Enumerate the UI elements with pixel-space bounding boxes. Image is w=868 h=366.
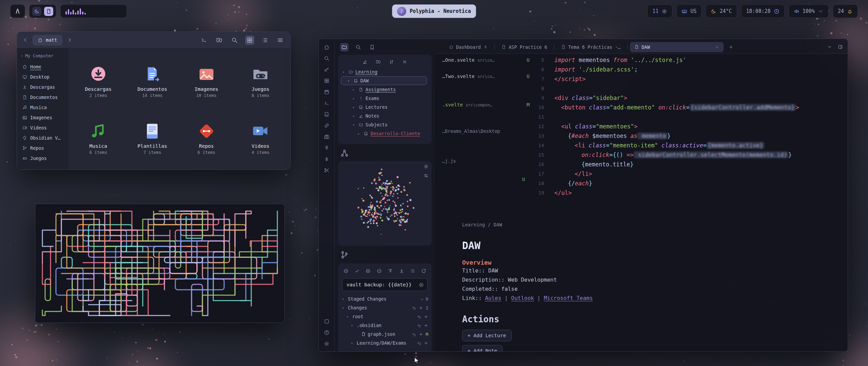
tree-item-exams[interactable]: ▸Exams <box>341 94 427 103</box>
git-row-staged-changes[interactable]: ▾Staged Changes—0 <box>341 294 428 303</box>
git-unstage-all-icon[interactable] <box>377 268 382 273</box>
git-row-root[interactable]: ▾root <box>341 312 428 321</box>
clear-message-icon[interactable] <box>419 282 424 287</box>
tab-daw[interactable]: DAW <box>630 42 724 52</box>
tab-dashboard[interactable]: Dashboard <box>445 42 492 52</box>
git-push-icon[interactable] <box>388 268 393 273</box>
keyboard-layout-widget[interactable]: US <box>676 4 702 18</box>
bookmarks-panel-tab-icon[interactable] <box>368 43 376 52</box>
sidebar-item-desktop[interactable]: Desktop <box>20 72 65 82</box>
files-panel-tab-icon[interactable] <box>340 43 349 52</box>
git-row--obsidian[interactable]: ▾.obsidian <box>341 321 428 330</box>
tree-item-lectures[interactable]: ▸Lectures <box>341 103 427 111</box>
ribbon-terminal-icon[interactable] <box>324 100 330 106</box>
note-link-microsoft-teams[interactable]: Microsoft Teams <box>544 295 593 301</box>
weather-widget[interactable]: 24°C <box>706 4 737 18</box>
folder-tile-descargas[interactable]: Descargas2 items <box>71 63 125 98</box>
editor-area[interactable]: …One.sveltesrc\co…U…Two.sveltesrc\co…U.s… <box>435 54 848 351</box>
dock-icon-2[interactable] <box>44 7 53 16</box>
sidebar-item-documentos[interactable]: Documentos <box>20 92 65 102</box>
dock-icon-1[interactable] <box>32 7 41 16</box>
git-change-list-icon[interactable] <box>410 268 415 273</box>
back-button[interactable] <box>22 37 28 43</box>
ribbon-box-icon[interactable] <box>324 319 330 324</box>
tab-asp-practice-6[interactable]: ASP Practice 6 <box>497 42 552 52</box>
git-backup-icon[interactable] <box>343 268 349 273</box>
launcher-button[interactable]: Λ <box>10 4 25 18</box>
ribbon-gear-icon[interactable] <box>324 341 330 347</box>
updates-widget[interactable]: 11 <box>647 4 672 18</box>
new-tab-button[interactable] <box>725 45 737 49</box>
folder-tile-videos[interactable]: Videos4 items <box>234 120 288 155</box>
ribbon-scissors-icon[interactable] <box>324 167 330 173</box>
tree-item-learning[interactable]: ▾Learning <box>341 67 427 76</box>
grid-view-icon[interactable] <box>245 36 254 45</box>
explorer-edit-icon[interactable] <box>362 59 368 64</box>
note-link-aules[interactable]: Aules <box>485 295 501 301</box>
clock-widget[interactable]: 18:08:28 <box>741 4 785 18</box>
git-refresh-icon[interactable] <box>421 268 426 273</box>
breadcrumb[interactable]: matt <box>33 35 62 45</box>
sidebar-item-musica[interactable]: Musica <box>20 102 65 113</box>
volume-widget[interactable]: 100% <box>789 4 829 18</box>
new-folder-icon[interactable] <box>215 36 224 45</box>
hamburger-menu-icon[interactable] <box>276 36 285 45</box>
tree-item-assignments[interactable]: ▸Assignments <box>341 85 427 94</box>
folder-tile-musica[interactable]: Musica6 items <box>71 120 125 155</box>
graph-settings-icon[interactable] <box>423 164 429 169</box>
ribbon-help-icon[interactable] <box>324 330 330 336</box>
git-row-graph-json[interactable]: graph.jsonM <box>341 330 428 339</box>
ribbon-key-icon[interactable] <box>324 67 330 73</box>
sidebar-item-descargas[interactable]: Descargas <box>20 82 65 92</box>
sidebar-item-imagenes[interactable]: Imagenes <box>20 113 65 123</box>
forward-button[interactable] <box>66 37 73 43</box>
git-pull-icon[interactable] <box>399 268 404 273</box>
tree-item-daw[interactable]: ▾DAW <box>341 76 427 85</box>
tree-item-subjects[interactable]: ▾Subjects <box>341 120 427 129</box>
search-panel-tab-icon[interactable] <box>354 43 362 52</box>
terminal-icon[interactable] <box>199 36 209 45</box>
tab-tema-6-pr-cticas-[interactable]: Tema 6 Prácticas -… <box>557 42 625 52</box>
now-playing-widget[interactable]: ♪ Polyphia - Neurotica <box>392 4 476 18</box>
sidebar-item-juegos[interactable]: Juegos <box>20 153 65 163</box>
ribbon-link-icon[interactable] <box>324 123 330 128</box>
explorer-sort-icon[interactable] <box>389 59 394 64</box>
sidebar-item-obsidian-v-[interactable]: Obsidian V… <box>20 133 65 143</box>
ribbon-camera-icon[interactable] <box>324 134 330 140</box>
ribbon-grid-icon[interactable] <box>324 78 330 84</box>
tree-item-notes[interactable]: ▸Notes <box>341 111 427 120</box>
git-stage-all-icon[interactable] <box>366 268 371 273</box>
tree-item-desarrollo-cliente[interactable]: ▸Desarrollo-Cliente <box>341 129 427 138</box>
sidebar-item-repos[interactable]: Repos <box>20 143 65 153</box>
git-commit-icon[interactable] <box>355 268 360 273</box>
folder-tile-juegos[interactable]: Juegos8 items <box>234 63 288 98</box>
graph-filter-icon[interactable] <box>423 173 429 178</box>
toggle-sidebar-icon[interactable] <box>838 44 843 49</box>
folder-tile-plantillas[interactable]: Plantillas7 items <box>125 120 180 155</box>
explorer-folderplus-icon[interactable] <box>376 59 381 64</box>
ribbon-pin-icon[interactable] <box>324 145 330 151</box>
close-tab-icon[interactable] <box>715 45 719 49</box>
sidebar-item-videos[interactable]: Videos <box>20 123 65 133</box>
sidebar-item-home[interactable]: Home <box>20 62 65 72</box>
ribbon-book-icon[interactable] <box>324 111 330 117</box>
commit-message-input[interactable] <box>346 282 416 288</box>
folder-tile-repos[interactable]: Repos6 items <box>179 120 234 155</box>
git-panel-icon[interactable] <box>339 250 350 259</box>
explorer-x-icon[interactable] <box>402 59 407 64</box>
notifications-widget[interactable]: 24 <box>833 4 858 18</box>
graph-panel-icon[interactable] <box>339 149 350 158</box>
tab-list-icon[interactable] <box>827 44 832 49</box>
git-row-learning-daw-exams[interactable]: ▾Learning/DAW/Exams <box>341 339 428 347</box>
search-icon[interactable] <box>230 36 239 45</box>
list-view-icon[interactable] <box>260 36 270 45</box>
action-button--add-note[interactable]: + Add Note <box>462 345 502 351</box>
ribbon-calendar-icon[interactable] <box>324 89 330 95</box>
note-link-outlook[interactable]: Outlook <box>511 295 534 301</box>
ribbon-home-icon[interactable] <box>324 44 330 50</box>
action-button--add-lecture[interactable]: + Add Lecture <box>462 330 512 341</box>
git-row-changes[interactable]: ▾Changes2 <box>341 303 428 312</box>
folder-tile-imagenes[interactable]: Imagenes10 items <box>179 63 234 98</box>
local-graph-view[interactable] <box>338 161 432 246</box>
folder-tile-documentos[interactable]: Documentos14 items <box>125 63 180 98</box>
